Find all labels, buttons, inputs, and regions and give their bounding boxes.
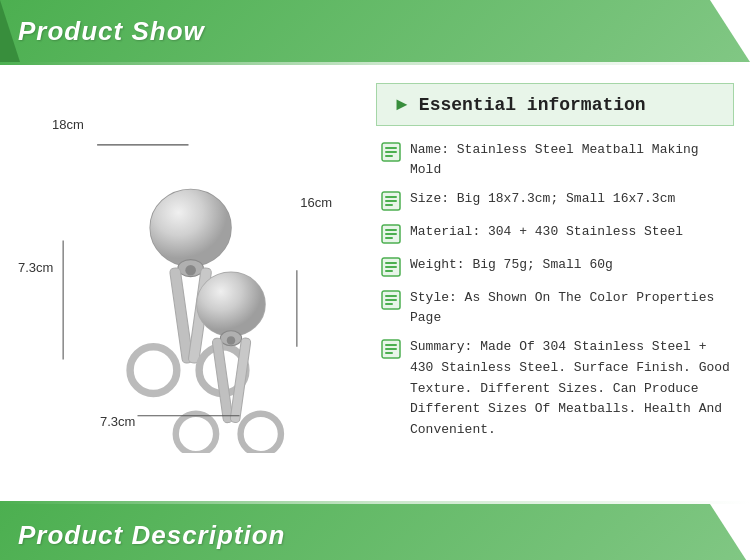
svg-rect-31 xyxy=(385,237,393,239)
info-header-arrow-icon: ► xyxy=(393,94,411,115)
info-panel: ► Essential information Name: Stainless … xyxy=(360,65,750,501)
info-header: ► Essential information xyxy=(376,83,734,126)
svg-rect-38 xyxy=(385,299,397,301)
svg-point-13 xyxy=(176,414,216,453)
info-text-style: Style: As Shown On The Color Properties … xyxy=(410,288,730,327)
svg-rect-42 xyxy=(385,348,397,350)
info-row-icon-name xyxy=(380,141,402,163)
product-image-area: 18cm 7.3cm 7.3cm 16cm xyxy=(0,65,360,501)
info-row-icon-style xyxy=(380,289,402,311)
bottom-banner-title: Product Description xyxy=(18,520,285,551)
info-row-icon-material xyxy=(380,223,402,245)
svg-rect-35 xyxy=(385,270,393,272)
svg-point-5 xyxy=(130,347,177,394)
dim-label-left: 7.3cm xyxy=(18,260,53,275)
svg-rect-33 xyxy=(385,262,397,264)
svg-point-14 xyxy=(241,414,281,453)
info-row-icon-summary xyxy=(380,338,402,360)
info-row-weight: Weight: Big 75g; Small 60g xyxy=(376,255,734,278)
svg-rect-34 xyxy=(385,266,397,268)
info-header-title: Essential information xyxy=(419,95,646,115)
svg-rect-43 xyxy=(385,352,393,354)
svg-point-9 xyxy=(197,272,265,336)
svg-rect-39 xyxy=(385,303,393,305)
info-row-style: Style: As Shown On The Color Properties … xyxy=(376,288,734,327)
svg-point-1 xyxy=(150,190,231,267)
svg-rect-27 xyxy=(385,204,393,206)
dim-label-bottom-left: 7.3cm xyxy=(100,414,135,429)
info-row-icon-size xyxy=(380,190,402,212)
bottom-banner: Product Description xyxy=(0,504,750,560)
svg-rect-22 xyxy=(385,151,397,153)
svg-rect-21 xyxy=(385,147,397,149)
banner-corner-decoration xyxy=(0,0,20,62)
info-row-summary: Summary: Made Of 304 Stainless Steel + 4… xyxy=(376,337,734,441)
top-banner-title: Product Show xyxy=(18,16,205,47)
main-content: 18cm 7.3cm 7.3cm 16cm xyxy=(0,65,750,501)
info-row-material: Material: 304 + 430 Stainless Steel xyxy=(376,222,734,245)
info-text-weight: Weight: Big 75g; Small 60g xyxy=(410,255,613,275)
dim-label-right: 16cm xyxy=(300,195,332,210)
svg-point-7 xyxy=(185,265,196,276)
svg-rect-26 xyxy=(385,200,397,202)
info-row-name: Name: Stainless Steel Meatball Making Mo… xyxy=(376,140,734,179)
svg-rect-23 xyxy=(385,155,393,157)
info-row-icon-weight xyxy=(380,256,402,278)
svg-rect-41 xyxy=(385,344,397,346)
svg-rect-29 xyxy=(385,229,397,231)
product-illustration xyxy=(30,113,330,453)
svg-rect-30 xyxy=(385,233,397,235)
top-banner: Product Show xyxy=(0,0,750,62)
info-text-summary: Summary: Made Of 304 Stainless Steel + 4… xyxy=(410,337,730,441)
svg-point-15 xyxy=(227,336,236,345)
info-text-name: Name: Stainless Steel Meatball Making Mo… xyxy=(410,140,730,179)
info-text-size: Size: Big 18x7.3cm; Small 16x7.3cm xyxy=(410,189,675,209)
dim-label-top: 18cm xyxy=(52,117,84,132)
info-row-size: Size: Big 18x7.3cm; Small 16x7.3cm xyxy=(376,189,734,212)
svg-rect-25 xyxy=(385,196,397,198)
svg-rect-37 xyxy=(385,295,397,297)
info-text-material: Material: 304 + 430 Stainless Steel xyxy=(410,222,683,242)
